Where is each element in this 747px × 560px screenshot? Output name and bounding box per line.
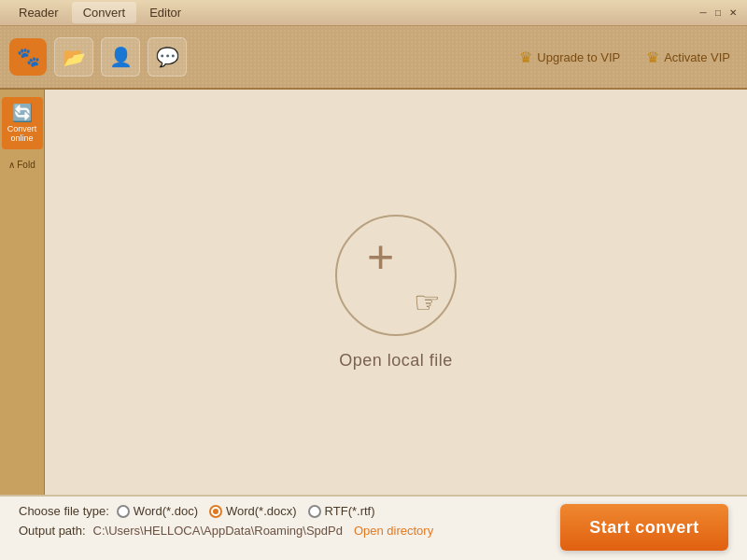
convert-online-icon: 🔄 [12,103,33,123]
radio-doc-label: Word(*.doc) [134,504,198,518]
toolbar: 🐾 📂 👤 💬 ♛ Upgrade to VIP ♛ Activate VIP [0,26,747,90]
radio-rtf-label: RTF(*.rtf) [325,504,375,518]
window-controls: ─ □ ✕ [697,7,740,20]
fold-label: Fold [17,160,35,170]
output-path-label: Output path: [19,524,86,538]
output-path-value: C:\Users\HELLOCA\AppData\Roaming\SpdPd [93,524,343,538]
sidebar-item-convert-online[interactable]: 🔄 Convertonline [2,97,43,149]
nav-editor[interactable]: Editor [138,2,192,23]
radio-doc[interactable]: Word(*.doc) [117,504,198,518]
app-logo: 🐾 [9,38,47,76]
close-button[interactable]: ✕ [726,7,740,20]
chat-button[interactable]: 💬 [148,37,187,77]
main-layout: 🔄 Convertonline ∧ Fold + ☞ Open local fi… [0,90,747,495]
upgrade-vip-button[interactable]: ♛ Upgrade to VIP [512,45,627,70]
file-type-label: Choose file type: [19,504,109,518]
content-area: + ☞ Open local file [45,90,747,495]
bottom-section: Choose file type: Word(*.doc) Word(*.doc… [0,495,747,560]
nav-reader[interactable]: Reader [7,2,70,23]
open-folder-button[interactable]: 📂 [54,37,93,77]
toolbar-right: ♛ Upgrade to VIP ♛ Activate VIP [512,45,738,70]
open-directory-link[interactable]: Open directory [354,524,433,538]
sidebar-fold-button[interactable]: ∧ Fold [2,157,43,173]
nav-menu: Reader Convert Editor [7,2,192,23]
radio-docx-dot [213,509,218,514]
radio-docx[interactable]: Word(*.docx) [209,504,297,518]
minimize-button[interactable]: ─ [697,7,710,20]
user-button[interactable]: 👤 [101,37,140,77]
title-bar: Reader Convert Editor ─ □ ✕ [0,0,747,26]
fold-chevron-icon: ∧ [8,160,15,170]
radio-docx-circle [209,505,222,518]
nav-convert[interactable]: Convert [72,2,137,23]
sidebar-convert-online-label: Convertonline [7,125,37,144]
radio-rtf-circle [308,505,321,518]
radio-rtf[interactable]: RTF(*.rtf) [308,504,375,518]
open-file-label: Open local file [339,351,453,371]
crown-icon: ♛ [519,49,532,66]
activate-vip-label: Activate VIP [664,50,730,64]
open-local-file-button[interactable]: + ☞ [335,215,457,336]
sidebar: 🔄 Convertonline ∧ Fold [0,90,45,495]
file-type-radio-group: Word(*.doc) Word(*.docx) RTF(*.rtf) [117,504,375,518]
pointer-icon: ☞ [414,285,441,320]
maximize-button[interactable]: □ [712,7,725,20]
radio-doc-circle [117,505,130,518]
upgrade-vip-label: Upgrade to VIP [537,50,620,64]
activate-vip-button[interactable]: ♛ Activate VIP [639,45,738,70]
crown-icon-2: ♛ [646,49,659,66]
start-convert-button[interactable]: Start convert [560,504,728,551]
radio-docx-label: Word(*.docx) [226,504,297,518]
plus-icon: + [367,233,394,280]
